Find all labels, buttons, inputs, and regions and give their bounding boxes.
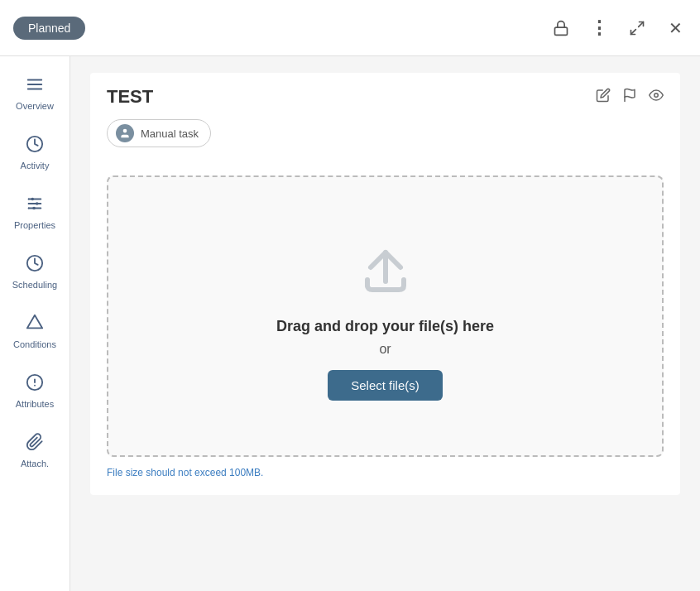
svg-line-1 xyxy=(639,22,644,26)
sidebar-item-scheduling[interactable]: Scheduling xyxy=(0,242,70,301)
close-icon[interactable]: ✕ xyxy=(664,17,687,40)
expand-icon[interactable] xyxy=(626,17,649,40)
task-title: TEST xyxy=(107,86,153,108)
app-container: Planned ⋮ ✕ xyxy=(0,0,700,591)
upload-dropzone[interactable]: Drag and drop your file(s) here or Selec… xyxy=(107,175,664,457)
conditions-icon xyxy=(26,314,44,336)
task-header: TEST xyxy=(90,73,680,159)
svg-point-22 xyxy=(654,93,659,97)
svg-point-14 xyxy=(36,202,39,205)
svg-point-15 xyxy=(32,206,36,209)
attributes-icon xyxy=(26,373,44,396)
overview-icon xyxy=(26,75,44,98)
more-icon[interactable]: ⋮ xyxy=(587,17,611,40)
svg-rect-0 xyxy=(555,27,568,35)
avatar-icon xyxy=(116,124,134,142)
lock-icon[interactable] xyxy=(549,17,573,40)
task-type-badge: Manual task xyxy=(107,119,211,147)
sidebar-item-activity[interactable]: Activity xyxy=(0,123,70,182)
svg-point-23 xyxy=(123,129,127,133)
sidebar-item-conditions[interactable]: Conditions xyxy=(0,301,70,361)
svg-line-2 xyxy=(631,29,636,34)
eye-icon[interactable] xyxy=(649,88,664,107)
sidebar-item-overview[interactable]: Overview xyxy=(0,63,70,123)
sidebar-item-label-conditions: Conditions xyxy=(13,339,56,349)
main-area: Overview Activity xyxy=(0,56,700,591)
task-header-actions xyxy=(596,88,664,107)
flag-icon[interactable] xyxy=(622,88,637,107)
file-size-note: File size should not exceed 100MB. xyxy=(107,467,664,478)
top-bar-actions: ⋮ ✕ xyxy=(549,17,687,40)
attach-icon xyxy=(26,433,44,455)
svg-marker-17 xyxy=(27,315,42,328)
sidebar-item-label-attachments: Attach. xyxy=(21,459,49,468)
scheduling-icon xyxy=(26,254,44,276)
or-text: or xyxy=(379,342,391,357)
sidebar-item-label-activity: Activity xyxy=(21,161,50,171)
edit-icon[interactable] xyxy=(596,88,611,107)
upload-icon-wrap xyxy=(352,232,419,301)
planned-badge[interactable]: Planned xyxy=(13,17,85,40)
sidebar-item-attributes[interactable]: Attributes xyxy=(0,361,70,420)
task-type-label: Manual task xyxy=(141,127,199,140)
sidebar-item-label-properties: Properties xyxy=(14,220,55,230)
sidebar-item-attachments[interactable]: Attach. xyxy=(0,420,70,480)
svg-point-13 xyxy=(31,197,34,200)
select-files-button[interactable]: Select file(s) xyxy=(328,370,443,401)
top-bar: Planned ⋮ ✕ xyxy=(0,0,700,56)
sidebar: Overview Activity xyxy=(0,56,70,591)
sidebar-item-label-scheduling: Scheduling xyxy=(12,280,57,290)
activity-icon xyxy=(26,135,44,157)
sidebar-item-properties[interactable]: Properties xyxy=(0,182,70,242)
properties-icon xyxy=(26,195,44,217)
sidebar-item-label-attributes: Attributes xyxy=(16,399,54,409)
upload-section: Drag and drop your file(s) here or Selec… xyxy=(90,159,680,495)
sidebar-item-label-overview: Overview xyxy=(16,101,54,111)
upload-arrow-svg xyxy=(352,232,419,298)
content-area: TEST xyxy=(70,56,700,591)
task-title-row: TEST xyxy=(107,86,664,108)
drag-drop-text: Drag and drop your file(s) here xyxy=(276,318,494,335)
